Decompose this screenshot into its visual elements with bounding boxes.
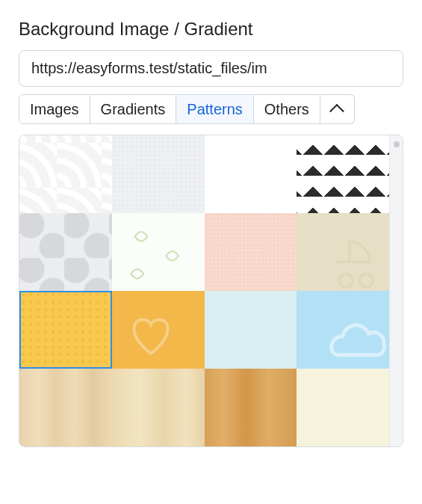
pattern-peach-dots[interactable] (205, 213, 297, 291)
tab-gradients[interactable]: Gradients (90, 94, 177, 124)
pattern-cloud-blue[interactable] (297, 291, 389, 369)
tab-bar: Images Gradients Patterns Others (19, 94, 403, 124)
gallery-scrollbar[interactable] (389, 135, 403, 446)
tab-images[interactable]: Images (19, 94, 90, 124)
pattern-quatrefoil[interactable] (19, 213, 112, 291)
pattern-plain-white[interactable] (205, 135, 297, 213)
chevron-up-icon (329, 104, 344, 119)
pattern-wood-light-2[interactable] (112, 369, 205, 446)
pattern-cream-plain[interactable] (297, 369, 389, 446)
pattern-pale-blue[interactable] (205, 291, 297, 369)
tab-label: Patterns (187, 101, 242, 117)
section-title: Background Image / Gradient (19, 19, 403, 40)
pattern-stroller-beige[interactable] (297, 213, 389, 291)
pattern-diagonal-dark[interactable] (297, 135, 389, 213)
collapse-button[interactable] (320, 94, 355, 124)
svg-point-0 (340, 274, 353, 287)
tab-patterns[interactable]: Patterns (176, 94, 253, 124)
tab-label: Others (264, 101, 309, 117)
tab-label: Gradients (101, 101, 166, 117)
scroll-indicator (394, 141, 400, 147)
background-url-input[interactable] (19, 50, 403, 87)
tab-others[interactable]: Others (254, 94, 320, 124)
pattern-leaves[interactable] (112, 213, 205, 291)
pattern-wood-light-1[interactable] (19, 369, 112, 446)
pattern-gallery (19, 135, 403, 447)
pattern-dots-light[interactable] (112, 135, 205, 213)
pattern-yellow-dots[interactable] (19, 291, 112, 369)
svg-point-1 (360, 274, 373, 287)
pattern-waves-light[interactable] (19, 135, 112, 213)
pattern-heart-orange[interactable] (112, 291, 205, 369)
pattern-wood-medium[interactable] (205, 369, 297, 446)
tab-label: Images (30, 101, 79, 117)
